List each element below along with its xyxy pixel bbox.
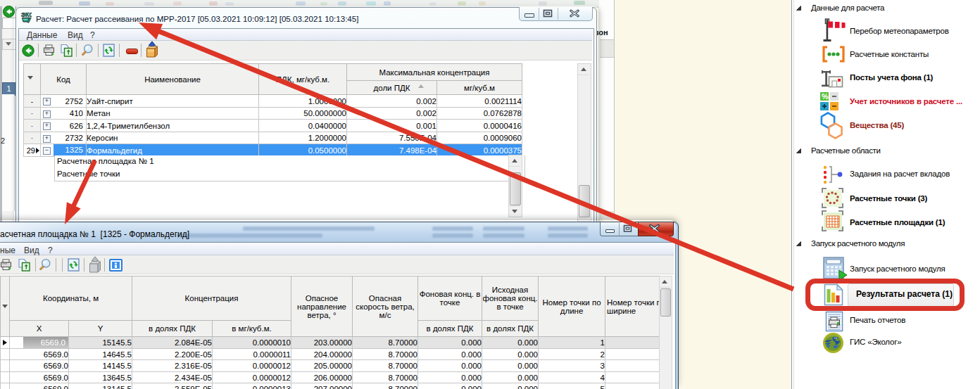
svg-text:ЭКО: ЭКО — [21, 11, 32, 18]
svg-text:%: % — [822, 92, 829, 101]
